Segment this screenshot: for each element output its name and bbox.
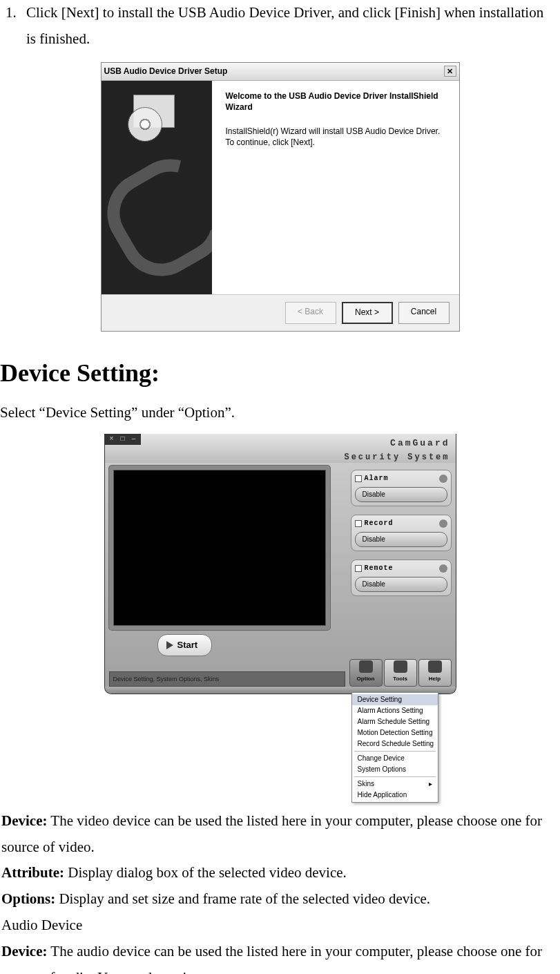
video-preview: [109, 466, 330, 630]
close-icon[interactable]: ✕: [444, 66, 456, 77]
tools-button[interactable]: Tools: [384, 659, 417, 687]
record-status: Disable: [355, 532, 447, 547]
alarm-status: Disable: [355, 487, 447, 502]
option-label: Option: [357, 674, 375, 684]
menu-alarm-actions[interactable]: Alarm Actions Setting: [352, 705, 438, 716]
step-text: Click [Next] to install the USB Audio De…: [26, 0, 554, 52]
installer-sidebar-graphic: [102, 81, 212, 294]
device-setting-heading: Device Setting:: [0, 351, 560, 396]
minimize-icon[interactable]: –: [130, 435, 138, 443]
remote-status: Disable: [355, 577, 447, 592]
tools-label: Tools: [393, 674, 407, 684]
remote-checkbox[interactable]: [355, 565, 362, 572]
back-button: < Back: [285, 302, 336, 324]
term-audio-device: Audio Device: [1, 913, 559, 939]
record-checkbox[interactable]: [355, 520, 362, 527]
installer-description: InstallShield(r) Wizard will install USB…: [226, 126, 445, 148]
menu-hide-application[interactable]: Hide Application: [352, 790, 438, 801]
next-button[interactable]: Next >: [342, 302, 393, 324]
brand-subtitle: Security System: [344, 450, 450, 466]
alarm-title: Alarm: [365, 472, 389, 485]
installer-title: USB Audio Device Driver Setup: [104, 64, 228, 79]
def-options: Display and set size and frame rate of t…: [55, 890, 430, 907]
installer-window: USB Audio Device Driver Setup ✕ Welcome …: [101, 62, 460, 332]
alarm-module[interactable]: Alarm Disable: [351, 470, 452, 506]
cancel-button[interactable]: Cancel: [398, 302, 450, 324]
gear-icon: [359, 660, 373, 673]
option-button[interactable]: Option: [349, 659, 383, 687]
term-device-audio: Device:: [1, 943, 47, 959]
def-device: The video device can be used the listed …: [1, 812, 542, 855]
start-label: Start: [177, 637, 198, 653]
menu-change-device[interactable]: Change Device: [352, 753, 438, 764]
record-title: Record: [365, 517, 394, 530]
help-button[interactable]: Help: [418, 659, 452, 687]
remote-title: Remote: [365, 562, 394, 575]
def-attribute: Display dialog box of the selected video…: [64, 864, 347, 881]
menu-device-setting[interactable]: Device Setting: [352, 694, 438, 705]
menu-motion-detection[interactable]: Motion Detection Setting: [352, 727, 438, 738]
term-attribute: Attribute:: [1, 864, 64, 881]
term-device: Device:: [1, 812, 47, 829]
start-button[interactable]: Start: [157, 634, 213, 656]
help-label: Help: [429, 674, 441, 684]
camguard-window: × □ – CamGuard Security System Start: [104, 434, 456, 694]
menu-record-schedule[interactable]: Record Schedule Setting: [352, 738, 438, 749]
instruction-text: Select “Device Setting” under “Option”.: [0, 400, 560, 426]
installer-welcome-heading: Welcome to the USB Audio Device Driver I…: [226, 90, 445, 113]
remote-icon: [439, 564, 447, 573]
brand-name: CamGuard: [344, 435, 450, 451]
close-icon[interactable]: ×: [108, 435, 116, 443]
menu-skins[interactable]: Skins: [352, 779, 438, 790]
menu-alarm-schedule[interactable]: Alarm Schedule Setting: [352, 716, 438, 727]
option-dropdown-menu: Device Setting Alarm Actions Setting Ala…: [351, 692, 438, 803]
alarm-icon: [439, 475, 447, 483]
wrench-icon: [394, 660, 407, 673]
step-number: 1.: [6, 0, 26, 52]
menu-system-options[interactable]: System Options: [352, 764, 438, 775]
play-icon: [166, 641, 173, 649]
record-module[interactable]: Record Disable: [351, 515, 452, 551]
record-icon: [439, 519, 447, 528]
help-icon: [428, 660, 442, 673]
remote-module[interactable]: Remote Disable: [351, 560, 452, 596]
alarm-checkbox[interactable]: [355, 475, 362, 482]
maximize-icon[interactable]: □: [119, 435, 127, 443]
def-device-audio: The audio device can be used the listed …: [1, 943, 542, 974]
term-options: Options:: [1, 890, 55, 907]
status-bar-text: Device Setting, System Options, Skins: [109, 671, 345, 687]
